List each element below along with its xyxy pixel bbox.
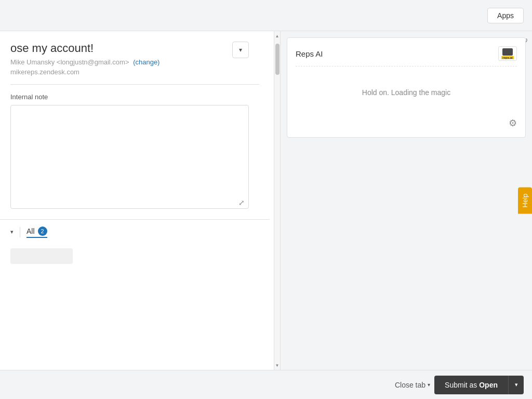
main-layout: ose my account! Mike Umansky <longjustn@… — [0, 31, 532, 370]
left-panel-content: ose my account! Mike Umansky <longjustn@… — [0, 31, 280, 370]
reps-loading-text: Hold on. Loading the magic — [296, 73, 517, 107]
tabs-section: ▾ All 2 — [0, 219, 270, 244]
gear-icon-wrapper: ⚙ — [296, 107, 517, 129]
reps-ai-title: Reps AI — [296, 49, 323, 58]
expand-icon[interactable]: ⤢ — [238, 198, 245, 207]
note-textarea[interactable] — [10, 105, 249, 209]
right-panel: ↻ Reps AI reps.ai Hold on. Loading the m… — [281, 31, 532, 370]
ticket-dropdown-button[interactable]: ▾ — [232, 42, 249, 58]
left-panel: ose my account! Mike Umansky <longjustn@… — [0, 31, 281, 370]
dropdown-icon: ▾ — [239, 46, 242, 54]
submit-label-strong: Open — [479, 381, 498, 389]
ticket-user-info: Mike Umansky <longjustn@gmail.com> (chan… — [10, 58, 249, 66]
submit-button[interactable]: Submit as Open — [434, 376, 508, 394]
bottom-select — [10, 248, 73, 264]
ticket-header: ose my account! Mike Umansky <longjustn@… — [0, 42, 270, 84]
scroll-down-arrow[interactable]: ▼ — [275, 363, 280, 368]
close-tab-label: Close tab — [395, 381, 425, 389]
submit-dropdown-button[interactable]: ▾ — [508, 376, 524, 394]
change-link[interactable]: (change) — [133, 58, 159, 66]
user-email: Mike Umansky <longjustn@gmail.com> — [10, 58, 129, 66]
tab-all[interactable]: All 2 — [26, 227, 47, 238]
apps-button[interactable]: Apps — [487, 8, 524, 23]
top-bar: Apps — [0, 0, 532, 31]
internal-note-label: Internal note — [0, 93, 270, 105]
note-textarea-wrapper: ⤢ — [10, 105, 249, 211]
tab-all-label: All — [26, 227, 35, 235]
reps-logo-inner: reps.ai — [501, 48, 513, 59]
reps-logo: reps.ai — [498, 46, 517, 61]
scroll-thumb[interactable] — [275, 44, 280, 75]
submit-button-group: Submit as Open ▾ — [434, 376, 524, 394]
help-button[interactable]: Help — [518, 188, 532, 214]
ticket-domain: mikereps.zendesk.com — [10, 68, 249, 76]
bottom-bar: Close tab ▾ Submit as Open ▾ — [0, 370, 532, 399]
submit-label-prefix: Submit as — [445, 381, 479, 389]
reps-card-header: Reps AI reps.ai — [296, 46, 517, 66]
tab-separator — [20, 227, 20, 237]
reps-logo-icon — [502, 48, 513, 56]
close-tab-button[interactable]: Close tab ▾ — [395, 381, 430, 389]
tab-nav-arrow[interactable]: ▾ — [10, 229, 14, 235]
close-tab-chevron: ▾ — [428, 382, 430, 388]
reps-ai-card: Reps AI reps.ai Hold on. Loading the mag… — [287, 37, 526, 138]
scroll-up-arrow[interactable]: ▲ — [275, 33, 280, 38]
bottom-section — [0, 244, 270, 265]
ticket-title: ose my account! — [10, 42, 249, 55]
gear-icon[interactable]: ⚙ — [509, 117, 517, 129]
tab-all-badge: 2 — [38, 227, 47, 236]
submit-dropdown-chevron: ▾ — [515, 381, 518, 388]
scrollbar[interactable]: ▲ ▼ — [274, 31, 280, 370]
divider-1 — [10, 84, 259, 85]
reps-logo-text: reps.ai — [501, 56, 513, 59]
